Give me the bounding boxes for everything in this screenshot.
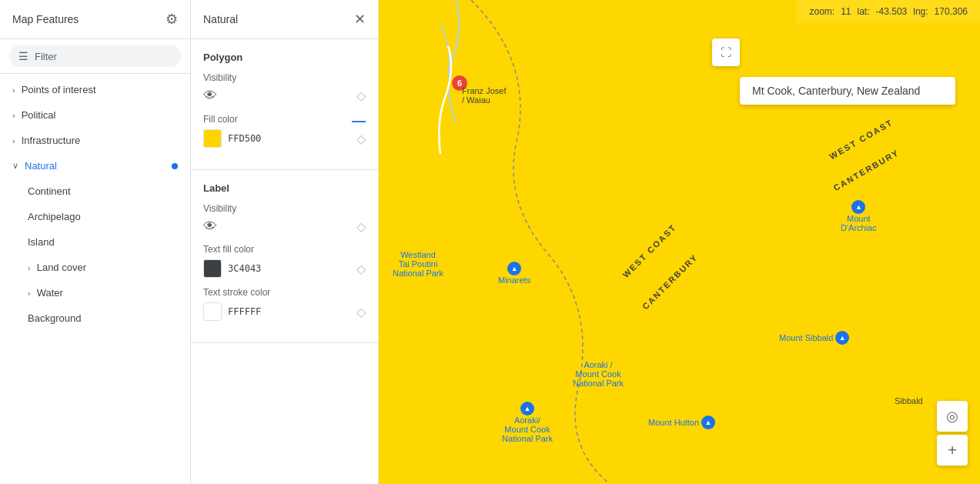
franz-josef-label: Franz Josef / Waiau xyxy=(462,86,506,105)
text-fill-color-field: Text fill color 3C4043 ◇ xyxy=(203,244,366,278)
sibbald-label: Sibbald xyxy=(895,396,923,406)
sidebar-item-land-cover[interactable]: › Land cover xyxy=(0,255,190,280)
mount-hutton-label: Mount Hutton ▲ xyxy=(648,416,715,429)
mountain-icon: ▲ xyxy=(701,416,715,429)
diamond-icon[interactable]: ◇ xyxy=(356,219,366,234)
filter-row[interactable]: ☰ Filter xyxy=(9,45,181,67)
sidebar-item-political[interactable]: › Political xyxy=(0,102,190,128)
canterbury-label-2: CANTERBURY xyxy=(641,252,700,312)
sidebar-item-natural[interactable]: ∨ Natural xyxy=(0,153,190,179)
sidebar-item-label: Continent xyxy=(28,185,71,197)
fill-color-code: FFD500 xyxy=(228,133,261,144)
text-stroke-color-swatch xyxy=(203,302,222,321)
sidebar-item-archipelago[interactable]: Archipelago xyxy=(0,204,190,229)
filter-wrapper: ☰ Filter xyxy=(0,39,190,74)
sidebar-item-label: Background xyxy=(28,312,81,324)
chevron-right-icon: › xyxy=(28,263,31,272)
text-stroke-color-swatch-row[interactable]: FFFFFF xyxy=(203,302,261,321)
mount-darchiac-label: ▲ Mount D'Archiac xyxy=(841,200,877,232)
label-visibility-value-row: 👁 ◇ xyxy=(203,219,366,235)
label-section-title: Label xyxy=(203,182,366,194)
sidebar-header: Map Features ⚙ xyxy=(0,0,190,39)
map-search-box: Mt Cook, Canterbury, New Zealand xyxy=(740,77,955,105)
map-controls: ◎ + xyxy=(937,401,968,466)
label-section: Label Visibility 👁 ◇ Text fill color 3C4… xyxy=(191,170,378,343)
text-fill-color-label: Text fill color xyxy=(203,244,366,255)
sidebar-item-label: Infrastructure xyxy=(22,135,81,146)
zoom-in-button[interactable]: + xyxy=(937,435,968,466)
sidebar-title: Map Features xyxy=(12,13,79,25)
sidebar-item-label: Points of interest xyxy=(22,84,96,95)
mountain-icon: ▲ xyxy=(835,331,849,345)
location-button[interactable]: ◎ xyxy=(937,401,968,432)
fill-color-value-row: FFD500 ◇ xyxy=(203,129,366,148)
west-coast-label-2: WEST COAST xyxy=(620,222,677,279)
text-stroke-color-label: Text stroke color xyxy=(203,287,366,298)
lat-label: lat: xyxy=(858,6,870,17)
diamond-icon[interactable]: ◇ xyxy=(356,132,366,146)
fill-color-row: Fill color — xyxy=(203,113,366,129)
visibility-field: Visibility 👁 ◇ xyxy=(203,72,366,104)
filter-label: Filter xyxy=(35,51,57,62)
eye-icon[interactable]: 👁 xyxy=(203,219,217,235)
fill-color-label: Fill color xyxy=(203,114,238,125)
polygon-section: Polygon Visibility 👁 ◇ Fill color — FFD5… xyxy=(191,39,378,170)
map-area: zoom: 11 lat: -43.503 lng: 170.306 Mt Co… xyxy=(379,0,980,484)
text-stroke-color-field: Text stroke color FFFFFF ◇ xyxy=(203,287,366,321)
sidebar-item-island[interactable]: Island xyxy=(0,229,190,255)
visibility-value-row: 👁 ◇ xyxy=(203,88,366,104)
chevron-right-icon: › xyxy=(12,85,15,95)
minus-button[interactable]: — xyxy=(352,113,366,129)
expand-icon: ⛶ xyxy=(721,46,731,58)
sidebar-item-label: Land cover xyxy=(37,262,86,273)
text-fill-color-swatch-row[interactable]: 3C4043 xyxy=(203,259,261,278)
sidebar-item-label: Archipelago xyxy=(28,211,81,222)
mount-sibbald-label: Mount Sibbald ▲ xyxy=(779,331,849,345)
panel-title: Natural xyxy=(203,13,238,25)
map-boundary-svg xyxy=(379,0,980,484)
search-text: Mt Cook, Canterbury, New Zealand xyxy=(752,85,920,97)
chevron-right-icon: › xyxy=(12,111,15,120)
sidebar-item-label: Island xyxy=(28,236,55,248)
zoom-value: 11 xyxy=(841,6,851,17)
mountain-icon: ▲ xyxy=(507,262,521,275)
eye-icon[interactable]: 👁 xyxy=(203,88,217,104)
panel-header: Natural ✕ xyxy=(191,0,378,39)
chevron-right-icon: › xyxy=(12,136,15,145)
chevron-right-icon: › xyxy=(28,289,31,298)
filter-icon: ☰ xyxy=(18,50,28,62)
visibility-label: Visibility xyxy=(203,72,366,83)
label-visibility-label: Visibility xyxy=(203,203,366,214)
lat-value: -43.503 xyxy=(876,6,908,17)
sidebar-item-label: Natural xyxy=(25,160,57,172)
text-fill-color-code: 3C4043 xyxy=(228,263,261,274)
text-fill-color-value-row: 3C4043 ◇ xyxy=(203,259,366,278)
sidebar-item-infrastructure[interactable]: › Infrastructure xyxy=(0,128,190,153)
diamond-icon[interactable]: ◇ xyxy=(356,88,366,103)
plus-icon: + xyxy=(948,442,957,459)
label-visibility-field: Visibility 👁 ◇ xyxy=(203,203,366,235)
diamond-icon[interactable]: ◇ xyxy=(356,305,366,319)
map-top-bar: zoom: 11 lat: -43.503 lng: 170.306 xyxy=(797,0,980,23)
sidebar-item-water[interactable]: › Water xyxy=(0,280,190,305)
sidebar-item-label: Water xyxy=(37,287,63,299)
diamond-icon[interactable]: ◇ xyxy=(356,262,366,276)
lng-label: lng: xyxy=(913,6,928,17)
sidebar-list: › Points of interest › Political › Infra… xyxy=(0,74,190,484)
middle-panel: Natural ✕ Polygon Visibility 👁 ◇ Fill co… xyxy=(191,0,379,484)
close-button[interactable]: ✕ xyxy=(354,11,366,28)
sidebar-item-points-of-interest[interactable]: › Points of interest xyxy=(0,77,190,102)
sidebar-item-background[interactable]: Background xyxy=(0,305,190,331)
settings-icon[interactable]: ⚙ xyxy=(166,11,178,28)
zoom-label: zoom: xyxy=(809,6,835,17)
sidebar-item-continent[interactable]: Continent xyxy=(0,179,190,204)
text-stroke-color-value-row: FFFFFF ◇ xyxy=(203,302,366,321)
fill-color-swatch-row[interactable]: FFD500 xyxy=(203,129,261,148)
park-icon: ▲ xyxy=(520,402,534,416)
polygon-section-title: Polygon xyxy=(203,52,366,63)
expand-button[interactable]: ⛶ xyxy=(712,38,740,66)
minarets-label: ▲ Minarets xyxy=(498,262,530,285)
westland-label: Westland Tai Poutini National Park xyxy=(393,250,443,278)
fill-color-swatch xyxy=(203,129,222,148)
chevron-down-icon: ∨ xyxy=(12,161,18,171)
